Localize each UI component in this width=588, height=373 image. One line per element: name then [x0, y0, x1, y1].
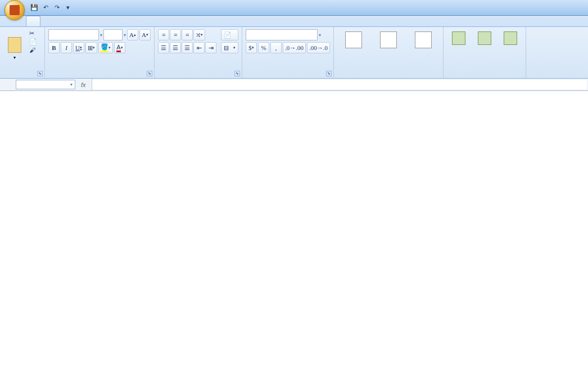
decrease-font-icon[interactable]: A▾: [139, 29, 151, 40]
number-format-select[interactable]: [246, 29, 318, 40]
align-middle-icon[interactable]: ≡: [170, 29, 181, 40]
undo-icon[interactable]: ↶: [40, 3, 51, 13]
conditional-icon: [345, 31, 362, 48]
wrap-icon: 📄: [224, 31, 232, 39]
tab-data[interactable]: [81, 16, 94, 26]
format-table-icon: [380, 31, 397, 48]
merge-icon: ⊟: [224, 44, 229, 52]
qat-dropdown-icon[interactable]: ▾: [63, 3, 73, 13]
tab-page-layout[interactable]: [54, 16, 67, 26]
formula-input[interactable]: [92, 80, 587, 89]
cut-button[interactable]: ✂: [27, 29, 41, 38]
merge-center-button[interactable]: ⊟▾: [221, 42, 238, 53]
group-clipboard: ▾ ✂ 📄 🖌 ⬊: [0, 27, 45, 78]
wrap-text-button[interactable]: 📄: [221, 29, 238, 40]
group-cells: [444, 27, 526, 78]
underline-button[interactable]: U▾: [73, 42, 84, 53]
align-center-icon[interactable]: ☰: [170, 42, 181, 53]
tab-review[interactable]: [94, 16, 108, 26]
alignment-dialog-launcher[interactable]: ⬊: [234, 71, 240, 76]
format-as-table-button[interactable]: [372, 29, 405, 67]
tab-view[interactable]: [108, 16, 121, 26]
increase-font-icon[interactable]: A▴: [127, 29, 138, 40]
format-icon: [504, 31, 517, 45]
tab-home[interactable]: [26, 16, 40, 26]
font-color-button[interactable]: A▾: [114, 42, 125, 53]
group-number: ▾ $▾ % , .0→.00 .00→.0 ⬊: [242, 27, 334, 78]
title-bar: 💾 ↶ ↷ ▾: [0, 0, 588, 16]
fill-color-button[interactable]: 🪣▾: [98, 42, 113, 53]
office-button[interactable]: [4, 0, 25, 20]
conditional-formatting-button[interactable]: [337, 29, 370, 67]
comma-icon[interactable]: ,: [270, 42, 282, 53]
tab-insert[interactable]: [40, 16, 54, 26]
quick-access-toolbar: 💾 ↶ ↷ ▾: [29, 3, 73, 13]
increase-indent-icon[interactable]: ⇥: [205, 42, 216, 53]
redo-icon[interactable]: ↷: [52, 3, 62, 13]
scissors-icon: ✂: [29, 30, 34, 37]
number-dialog-launcher[interactable]: ⬊: [326, 71, 332, 76]
font-dialog-launcher[interactable]: ⬊: [147, 71, 152, 76]
insert-icon: [452, 31, 465, 45]
align-left-icon[interactable]: ☰: [158, 42, 169, 53]
tab-formulas[interactable]: [67, 16, 81, 26]
formula-bar-area: ▾ fx: [0, 79, 588, 91]
format-painter-button[interactable]: 🖌: [27, 46, 41, 54]
ribbon: ▾ ✂ 📄 🖌 ⬊ ▾ ▾ A▴ A▾ B I U▾: [0, 27, 588, 79]
paste-button[interactable]: ▾: [3, 29, 26, 67]
tab-developer[interactable]: [121, 16, 135, 26]
delete-icon: [478, 31, 491, 45]
fx-icon[interactable]: fx: [78, 81, 89, 88]
save-icon[interactable]: 💾: [29, 3, 39, 13]
name-box[interactable]: ▾: [16, 80, 75, 89]
font-size-select[interactable]: [103, 29, 123, 40]
brush-icon: 🖌: [29, 47, 35, 53]
format-cells-button[interactable]: [499, 29, 522, 67]
orientation-icon[interactable]: ⤭▾: [193, 29, 205, 40]
copy-icon: 📄: [29, 38, 37, 46]
copy-button[interactable]: 📄: [27, 38, 41, 46]
italic-button[interactable]: I: [61, 42, 72, 53]
name-box-arrow-icon[interactable]: ▾: [70, 82, 73, 87]
align-right-icon[interactable]: ☰: [182, 42, 193, 53]
decrease-decimal-icon[interactable]: .00→.0: [307, 42, 330, 53]
align-top-icon[interactable]: ≡: [158, 29, 169, 40]
group-styles: [334, 27, 444, 78]
tab-addins[interactable]: [135, 16, 148, 26]
group-font: ▾ ▾ A▴ A▾ B I U▾ ⊞▾ 🪣▾ A▾ ⬊: [45, 27, 155, 78]
font-name-select[interactable]: [48, 29, 99, 40]
percent-icon[interactable]: %: [258, 42, 269, 53]
align-bottom-icon[interactable]: ≡: [182, 29, 193, 40]
bold-button[interactable]: B: [48, 42, 60, 53]
increase-decimal-icon[interactable]: .0→.00: [283, 42, 306, 53]
cell-styles-button[interactable]: [407, 29, 440, 67]
clipboard-dialog-launcher[interactable]: ⬊: [37, 71, 43, 76]
group-alignment: ≡ ≡ ≡ ⤭▾ ☰ ☰ ☰ ⇤ ⇥ 📄 ⊟▾ ⬊: [155, 27, 242, 78]
delete-cells-button[interactable]: [473, 29, 496, 67]
cell-styles-icon: [415, 31, 432, 48]
ribbon-tabs: [0, 16, 588, 27]
currency-icon[interactable]: $▾: [246, 42, 257, 53]
paste-icon: [8, 37, 21, 53]
border-button[interactable]: ⊞▾: [85, 42, 97, 53]
decrease-indent-icon[interactable]: ⇤: [193, 42, 205, 53]
fx-buttons: fx: [75, 79, 92, 90]
insert-cells-button[interactable]: [447, 29, 471, 67]
